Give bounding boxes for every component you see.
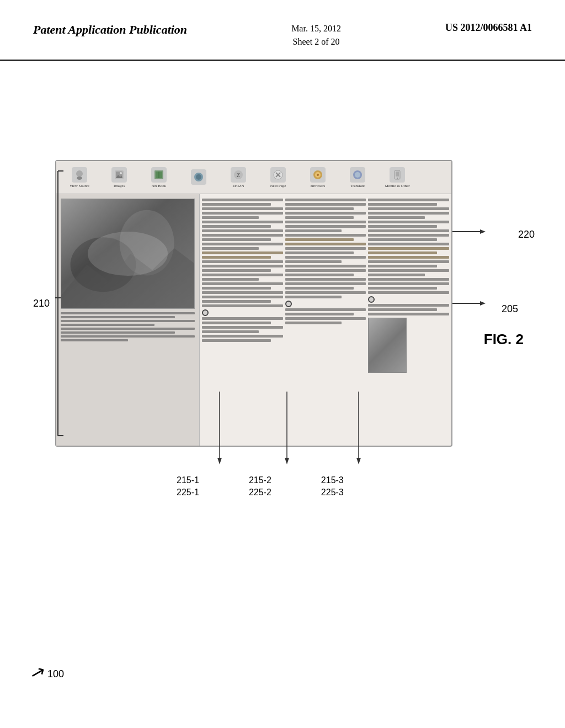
toolbar-item-zhizn[interactable]: Z ZHIZN [220, 166, 257, 189]
svg-marker-37 [217, 458, 222, 464]
svg-point-20 [355, 172, 360, 178]
patent-number: US 2012/0066581 A1 [445, 22, 532, 34]
text-column-2 [285, 199, 366, 441]
text-column-1 [202, 199, 283, 441]
toolbar-item-viewsource[interactable]: View Source [61, 166, 98, 189]
toolbar-item-book[interactable]: NB Book [140, 166, 178, 189]
svg-point-0 [76, 170, 83, 177]
svg-point-23 [397, 178, 398, 179]
toolbar-label-book: NB Book [152, 184, 167, 188]
text-column-3 [368, 199, 449, 441]
small-image-right [368, 318, 407, 373]
svg-point-10 [196, 174, 201, 180]
images-icon [111, 167, 127, 183]
label-220: 220 [518, 229, 535, 240]
svg-marker-41 [356, 458, 361, 464]
bottom-labels-container: 215-1 225-1 215-2 225-2 215-3 225-3 [177, 474, 344, 499]
translate-icon [350, 167, 365, 183]
toolbar-label-mobile: Mobile & Other [385, 184, 409, 188]
dot-icon [191, 169, 206, 185]
nextpage-icon [270, 167, 286, 183]
label-225-1: 225-1 [177, 486, 199, 499]
svg-marker-29 [480, 229, 486, 234]
browser-content [56, 194, 451, 446]
toolbar-label-images: Images [114, 184, 125, 188]
left-panel-text [61, 312, 195, 341]
browser-toolbar: View Source Images NB Book [56, 161, 451, 194]
svg-point-18 [317, 174, 319, 176]
svg-marker-31 [480, 301, 486, 306]
content-main-image [61, 199, 195, 309]
toolbar-item-browsers[interactable]: Browsers [299, 166, 337, 189]
toolbar-label-browsers: Browsers [311, 184, 325, 188]
svg-text:Z: Z [237, 172, 240, 178]
svg-point-5 [120, 172, 122, 174]
device-arrow-icon: ↗ [28, 660, 48, 684]
annotation-marker-1 [202, 309, 209, 316]
label-215-2: 215-2 [249, 474, 271, 486]
label-215-3: 215-3 [321, 474, 344, 486]
annotation-marker-3 [368, 296, 375, 303]
mobile-icon [390, 167, 405, 183]
svg-marker-39 [285, 458, 289, 464]
label-225-2: 225-2 [249, 486, 271, 499]
content-text-area [200, 194, 451, 446]
zhizn-icon: Z [231, 167, 246, 183]
label-215-1: 215-1 [177, 474, 199, 486]
svg-rect-22 [396, 172, 399, 176]
label-225-3: 225-3 [321, 486, 344, 499]
label-205: 205 [502, 303, 518, 315]
device-section: ↗ 100 [30, 662, 64, 683]
label-210: 210 [33, 298, 50, 309]
label-group-3: 215-3 225-3 [321, 474, 344, 499]
toolbar-label-translate: Translate [350, 184, 365, 188]
patent-header: Patent Application Publication Mar. 15, … [0, 0, 565, 61]
content-left-panel [56, 194, 200, 446]
device-label: 100 [47, 668, 64, 680]
book-icon [151, 167, 167, 183]
main-content: View Source Images NB Book [0, 61, 565, 94]
toolbar-item-dot[interactable] [180, 168, 217, 187]
patent-title: Patent Application Publication [33, 22, 187, 38]
label-group-2: 215-2 225-2 [249, 474, 271, 499]
toolbar-label-viewsource: View Source [70, 184, 89, 188]
browser-window: View Source Images NB Book [55, 160, 452, 447]
toolbar-item-mobile[interactable]: Mobile & Other [379, 166, 416, 189]
figure-label: FIG. 2 [484, 331, 524, 348]
toolbar-label-zhizn: ZHIZN [233, 184, 244, 188]
browsers-icon [310, 167, 326, 183]
toolbar-item-nextpage[interactable]: Next Page [259, 166, 297, 189]
svg-point-1 [77, 176, 82, 180]
toolbar-label-nextpage: Next Page [270, 184, 286, 188]
toolbar-item-images[interactable]: Images [100, 166, 138, 189]
viewsource-icon [72, 167, 87, 183]
annotation-marker-2 [285, 301, 292, 307]
patent-date: Mar. 15, 2012 Sheet 2 of 20 [291, 22, 341, 49]
toolbar-item-translate[interactable]: Translate [339, 166, 376, 189]
label-group-1: 215-1 225-1 [177, 474, 199, 499]
